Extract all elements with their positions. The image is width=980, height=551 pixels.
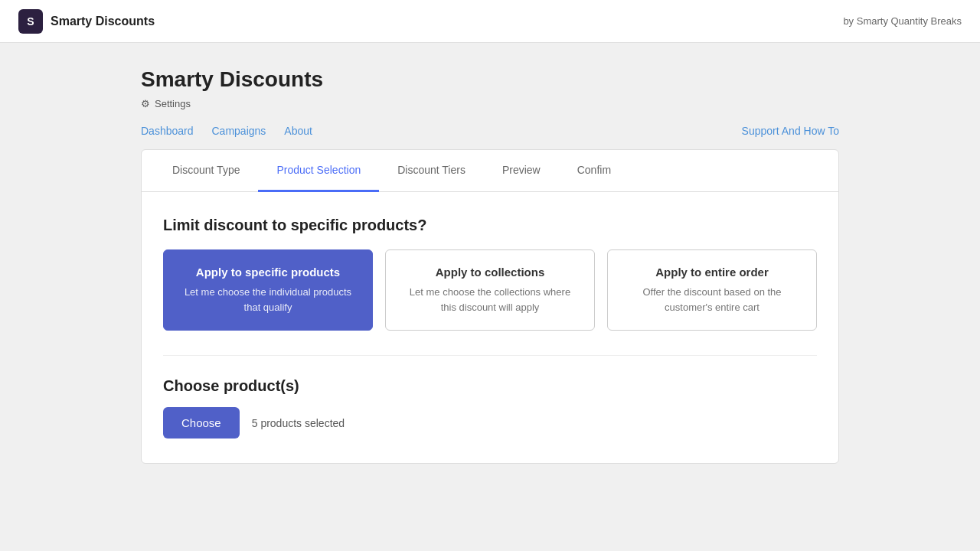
tabs: Discount Type Product Selection Discount…	[142, 150, 838, 192]
options-row: Apply to specific products Let me choose…	[163, 249, 817, 331]
page-title: Smarty Discounts	[141, 67, 839, 92]
option-specific-products-desc: Let me choose the individual products th…	[179, 285, 357, 315]
option-entire-order-title: Apply to entire order	[623, 266, 801, 279]
tab-discount-tiers[interactable]: Discount Tiers	[379, 150, 484, 192]
topbar: S Smarty Discounts by Smarty Quantity Br…	[0, 0, 980, 43]
nav-about[interactable]: About	[284, 125, 312, 137]
tab-preview[interactable]: Preview	[484, 150, 559, 192]
support-link[interactable]: Support And How To	[742, 125, 839, 137]
gear-icon: ⚙	[141, 98, 150, 109]
settings-link[interactable]: ⚙ Settings	[141, 98, 839, 109]
choose-button[interactable]: Choose	[163, 407, 240, 439]
nav-links: Dashboard Campaigns About	[141, 125, 312, 137]
choose-row: Choose 5 products selected	[163, 407, 817, 439]
tab-discount-type[interactable]: Discount Type	[154, 150, 258, 192]
option-entire-order-desc: Offer the discount based on the customer…	[623, 285, 801, 315]
limit-section-title: Limit discount to specific products?	[163, 217, 817, 234]
option-collections-title: Apply to collections	[401, 266, 579, 279]
option-specific-products[interactable]: Apply to specific products Let me choose…	[163, 249, 373, 331]
app-icon: S	[18, 9, 43, 34]
option-entire-order[interactable]: Apply to entire order Offer the discount…	[607, 249, 817, 331]
tab-confirm[interactable]: Confim	[559, 150, 629, 192]
page-body: Smarty Discounts ⚙ Settings Dashboard Ca…	[122, 43, 858, 488]
main-card: Discount Type Product Selection Discount…	[141, 149, 839, 464]
section-divider	[163, 355, 817, 356]
products-selected-label: 5 products selected	[252, 417, 345, 429]
nav-bar: Dashboard Campaigns About Support And Ho…	[141, 125, 839, 137]
card-content: Limit discount to specific products? App…	[142, 192, 838, 463]
tab-product-selection[interactable]: Product Selection	[258, 150, 379, 192]
app-title: Smarty Discounts	[51, 15, 155, 28]
settings-label: Settings	[155, 98, 191, 109]
topbar-by-label: by Smarty Quantity Breaks	[843, 15, 962, 27]
option-specific-products-title: Apply to specific products	[179, 266, 357, 279]
option-collections[interactable]: Apply to collections Let me choose the c…	[385, 249, 595, 331]
nav-dashboard[interactable]: Dashboard	[141, 125, 194, 137]
choose-products-title: Choose product(s)	[163, 377, 817, 395]
nav-campaigns[interactable]: Campaigns	[212, 125, 266, 137]
topbar-left: S Smarty Discounts	[18, 9, 155, 34]
option-collections-desc: Let me choose the collections where this…	[401, 285, 579, 315]
